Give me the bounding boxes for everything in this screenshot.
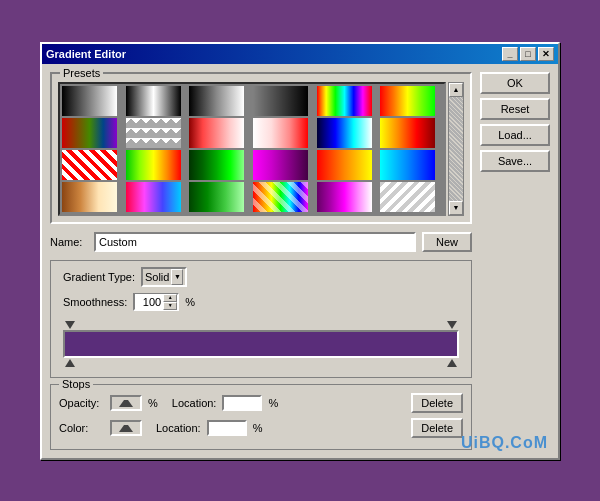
opacity-location-percent: % (268, 397, 278, 409)
gradient-controls-group: Gradient Type: Solid ▼ Smoothness: ▲ (50, 260, 472, 378)
smoothness-label: Smoothness: (63, 296, 127, 308)
color-spinner-arrow[interactable] (119, 424, 133, 432)
stops-group: Stops Opacity: % Location: % Delete Colo… (50, 384, 472, 450)
gradient-bar[interactable] (63, 330, 459, 358)
smoothness-spinner[interactable]: ▲ ▼ (133, 293, 179, 311)
preset-swatch[interactable] (253, 86, 308, 116)
preset-swatch[interactable] (126, 86, 181, 116)
opacity-percent: % (148, 397, 158, 409)
preset-swatch[interactable] (189, 86, 244, 116)
preset-swatch[interactable] (317, 86, 372, 116)
smoothness-input[interactable] (135, 294, 163, 310)
opacity-location-label: Location: (172, 397, 217, 409)
gradient-type-dropdown-arrow[interactable]: ▼ (171, 269, 183, 285)
color-stop-left[interactable] (65, 359, 75, 367)
color-label: Color: (59, 422, 104, 434)
dialog-body: Presets (42, 64, 558, 458)
title-bar: Gradient Editor _ □ ✕ (42, 44, 558, 64)
preset-swatch[interactable] (317, 182, 372, 212)
dropdown-arrow-icon: ▼ (174, 273, 181, 280)
preset-swatch[interactable] (62, 86, 117, 116)
save-button[interactable]: Save... (480, 150, 550, 172)
opacity-delete-button[interactable]: Delete (411, 393, 463, 413)
color-stop-row: Color: Location: % Delete (59, 418, 463, 438)
gradient-bar-area (59, 321, 463, 367)
presets-grid-container: ▲ ▼ (58, 82, 464, 216)
preset-swatch[interactable] (253, 150, 308, 180)
preset-swatch[interactable] (62, 118, 117, 148)
preset-swatch[interactable] (126, 118, 181, 148)
preset-swatch[interactable] (253, 182, 308, 212)
scroll-down-button[interactable]: ▼ (449, 201, 463, 215)
main-section: Presets (50, 72, 472, 450)
color-swatch[interactable] (110, 420, 142, 436)
preset-swatch[interactable] (253, 118, 308, 148)
color-location-input[interactable] (207, 420, 247, 436)
color-location-percent: % (253, 422, 263, 434)
smoothness-percent: % (185, 296, 195, 308)
close-button[interactable]: ✕ (538, 47, 554, 61)
presets-label: Presets (60, 67, 103, 79)
minimize-button[interactable]: _ (502, 47, 518, 61)
preset-swatch[interactable] (380, 86, 435, 116)
name-label: Name: (50, 236, 88, 248)
smoothness-up-button[interactable]: ▲ (163, 294, 177, 302)
preset-swatch[interactable] (126, 150, 181, 180)
reset-button[interactable]: Reset (480, 98, 550, 120)
gradient-editor-dialog: Gradient Editor _ □ ✕ Presets (40, 42, 560, 460)
color-location-label: Location: (156, 422, 201, 434)
opacity-stop-left[interactable] (65, 321, 75, 329)
ok-button[interactable]: OK (480, 72, 550, 94)
dialog-title: Gradient Editor (46, 48, 126, 60)
opacity-stop-row: Opacity: % Location: % Delete (59, 393, 463, 413)
smoothness-spinner-buttons: ▲ ▼ (163, 294, 177, 310)
preset-swatch[interactable] (380, 182, 435, 212)
name-row: Name: New (50, 232, 472, 252)
gradient-type-row: Gradient Type: Solid ▼ (59, 267, 463, 287)
preset-swatch[interactable] (317, 118, 372, 148)
opacity-swatch[interactable] (110, 395, 142, 411)
smoothness-down-button[interactable]: ▼ (163, 302, 177, 310)
opacity-location-input[interactable] (222, 395, 262, 411)
opacity-spinner-arrow[interactable] (119, 399, 133, 407)
scroll-track[interactable] (449, 97, 463, 201)
gradient-type-select[interactable]: Solid ▼ (141, 267, 187, 287)
stops-group-label: Stops (59, 378, 93, 390)
presets-grid (58, 82, 446, 216)
smoothness-row: Smoothness: ▲ ▼ % (59, 293, 463, 311)
opacity-label: Opacity: (59, 397, 104, 409)
preset-swatch[interactable] (189, 150, 244, 180)
name-input[interactable] (94, 232, 416, 252)
preset-swatch[interactable] (380, 150, 435, 180)
presets-scrollbar[interactable]: ▲ ▼ (448, 82, 464, 216)
top-stop-markers (63, 321, 459, 329)
watermark: UiBQ.CoM (461, 434, 548, 452)
preset-swatch[interactable] (62, 150, 117, 180)
presets-group: Presets (50, 72, 472, 224)
bottom-stop-markers (63, 359, 459, 367)
gradient-type-value: Solid (145, 271, 169, 283)
preset-swatch[interactable] (126, 182, 181, 212)
gradient-type-label: Gradient Type: (63, 271, 135, 283)
preset-swatch[interactable] (62, 182, 117, 212)
preset-swatch[interactable] (380, 118, 435, 148)
preset-swatch[interactable] (189, 118, 244, 148)
load-button[interactable]: Load... (480, 124, 550, 146)
opacity-stop-right[interactable] (447, 321, 457, 329)
preset-swatch[interactable] (189, 182, 244, 212)
side-buttons: OK Reset Load... Save... (480, 72, 550, 450)
color-delete-button[interactable]: Delete (411, 418, 463, 438)
scroll-up-button[interactable]: ▲ (449, 83, 463, 97)
title-bar-buttons: _ □ ✕ (502, 47, 554, 61)
maximize-button[interactable]: □ (520, 47, 536, 61)
preset-swatch[interactable] (317, 150, 372, 180)
new-button[interactable]: New (422, 232, 472, 252)
color-stop-right[interactable] (447, 359, 457, 367)
